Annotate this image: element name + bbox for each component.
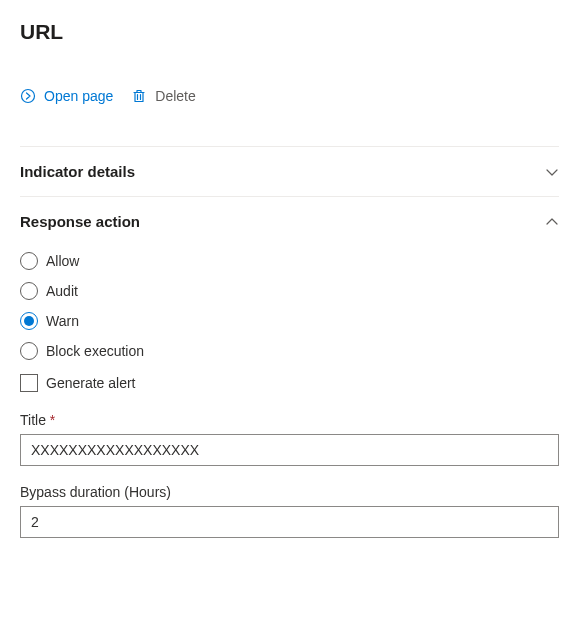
title-input[interactable] [20, 434, 559, 466]
page-title: URL [20, 20, 559, 44]
radio-block-execution-label: Block execution [46, 343, 144, 359]
radio-block-execution[interactable]: Block execution [20, 342, 559, 360]
delete-icon [131, 88, 147, 104]
radio-allow-label: Allow [46, 253, 79, 269]
bypass-duration-field-group: Bypass duration (Hours) [20, 484, 559, 538]
delete-label: Delete [155, 88, 195, 104]
response-action-title: Response action [20, 213, 140, 230]
required-asterisk: * [50, 412, 55, 428]
radio-audit-label: Audit [46, 283, 78, 299]
open-page-link[interactable]: Open page [20, 88, 113, 104]
title-field-group: Title * [20, 412, 559, 466]
generate-alert-checkbox[interactable]: Generate alert [20, 374, 559, 392]
open-page-label: Open page [44, 88, 113, 104]
checkbox-box-icon [20, 374, 38, 392]
svg-point-0 [22, 90, 35, 103]
radio-circle-icon [20, 252, 38, 270]
radio-warn[interactable]: Warn [20, 312, 559, 330]
response-action-header[interactable]: Response action [20, 197, 559, 246]
bypass-duration-input[interactable] [20, 506, 559, 538]
indicator-details-title: Indicator details [20, 163, 135, 180]
response-action-body: Allow Audit Warn Block execution Generat… [20, 246, 559, 538]
generate-alert-label: Generate alert [46, 375, 136, 391]
action-bar: Open page Delete [20, 88, 559, 104]
title-field-label: Title * [20, 412, 559, 428]
radio-circle-icon [20, 342, 38, 360]
radio-allow[interactable]: Allow [20, 252, 559, 270]
response-action-radio-group: Allow Audit Warn Block execution [20, 252, 559, 360]
radio-circle-icon [20, 312, 38, 330]
chevron-up-icon [545, 215, 559, 229]
radio-warn-label: Warn [46, 313, 79, 329]
radio-circle-icon [20, 282, 38, 300]
radio-audit[interactable]: Audit [20, 282, 559, 300]
indicator-details-header[interactable]: Indicator details [20, 147, 559, 196]
open-page-icon [20, 88, 36, 104]
bypass-duration-label: Bypass duration (Hours) [20, 484, 559, 500]
chevron-down-icon [545, 165, 559, 179]
delete-link[interactable]: Delete [131, 88, 195, 104]
